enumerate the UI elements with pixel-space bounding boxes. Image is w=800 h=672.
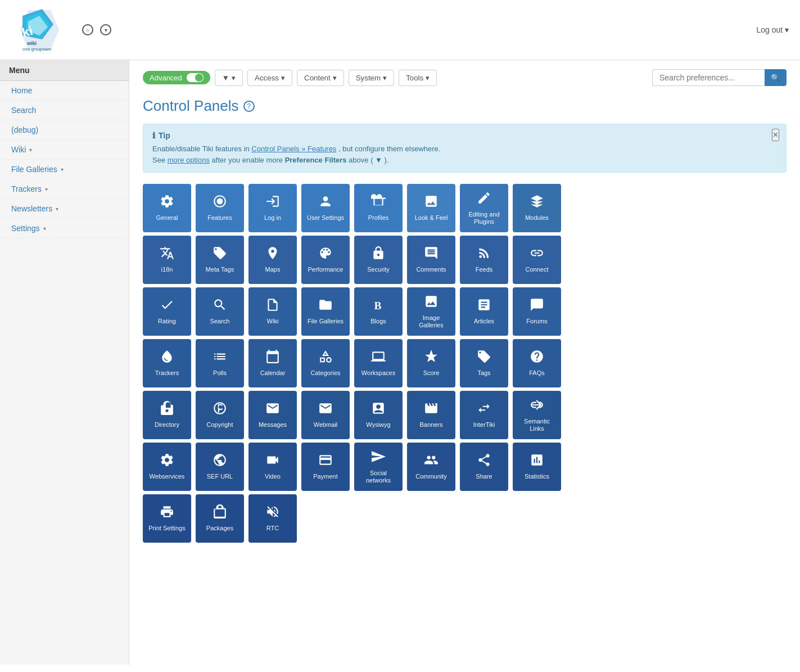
sidebar-item-debug[interactable]: (debug) bbox=[0, 120, 129, 140]
cp-item-search[interactable]: Search bbox=[196, 287, 244, 336]
score-icon bbox=[424, 349, 439, 366]
cp-item-faqs[interactable]: FAQs bbox=[513, 339, 561, 387]
cp-item-wiki[interactable]: Wiki bbox=[248, 287, 297, 336]
cp-item-statistics[interactable]: Statistics bbox=[513, 443, 561, 491]
cp-item-tags[interactable]: Tags bbox=[460, 339, 508, 387]
cp-item-file-galleries[interactable]: File Galleries bbox=[301, 287, 350, 336]
cp-item-connect[interactable]: Connect bbox=[513, 236, 561, 284]
filter-icon-tip: ▼ bbox=[375, 156, 382, 164]
sidebar-item-trackers[interactable]: Trackers ▾ bbox=[0, 179, 129, 199]
page-title: Control Panels ? bbox=[143, 97, 787, 115]
circle-icon[interactable]: ○ bbox=[82, 24, 93, 35]
cp-item-print-settings[interactable]: Print Settings bbox=[143, 494, 191, 543]
cp-item-categories[interactable]: Categories bbox=[301, 339, 350, 387]
cp-item-meta-tags[interactable]: Meta Tags bbox=[196, 236, 244, 284]
editing-and-plugins-icon bbox=[477, 191, 491, 208]
cp-item-image-galleries[interactable]: Image Galleries bbox=[407, 287, 455, 336]
cp-item-rating[interactable]: Rating bbox=[143, 287, 191, 336]
close-button[interactable]: × bbox=[772, 129, 779, 141]
cp-item-polls[interactable]: Polls bbox=[196, 339, 244, 387]
chevron-down-icon[interactable]: ▾ bbox=[100, 24, 111, 35]
cp-item-workspaces[interactable]: Workspaces bbox=[354, 339, 403, 387]
cp-item-share[interactable]: Share bbox=[460, 443, 508, 491]
cp-item-blogs[interactable]: BBlogs bbox=[354, 287, 403, 336]
feeds-icon bbox=[477, 246, 491, 263]
cp-item-community[interactable]: Community bbox=[407, 443, 455, 491]
cp-item-copyright[interactable]: Copyright bbox=[196, 391, 244, 439]
more-options-link[interactable]: more options bbox=[168, 156, 210, 164]
system-label: System bbox=[356, 74, 381, 82]
cp-item-sef-url[interactable]: SEF URL bbox=[196, 443, 244, 491]
cp-item-articles[interactable]: Articles bbox=[460, 287, 508, 336]
cp-item-messages[interactable]: Messages bbox=[248, 391, 297, 439]
content-button[interactable]: Content ▾ bbox=[297, 70, 344, 86]
sidebar-item-home[interactable]: Home bbox=[0, 81, 129, 101]
content-label: Content bbox=[304, 74, 331, 82]
cp-item-trackers[interactable]: Trackers bbox=[143, 339, 191, 387]
cp-item-intertiki[interactable]: InterTiki bbox=[460, 391, 508, 439]
logout-button[interactable]: Log out ▾ bbox=[756, 25, 789, 34]
cp-item-score[interactable]: Score bbox=[407, 339, 455, 387]
cp-item-calendar[interactable]: Calendar bbox=[248, 339, 297, 387]
sidebar-item-wiki[interactable]: Wiki ▾ bbox=[0, 140, 129, 160]
cp-item-security[interactable]: Security bbox=[354, 236, 403, 284]
cp-label: Share bbox=[476, 473, 492, 480]
cp-item-features[interactable]: Features bbox=[196, 184, 244, 232]
cp-item-log-in[interactable]: Log in bbox=[248, 184, 297, 232]
cp-item-webservices[interactable]: Webservices bbox=[143, 443, 191, 491]
cp-item-forums[interactable]: Forums bbox=[513, 287, 561, 336]
cp-label: Copyright bbox=[206, 421, 233, 429]
sidebar-item-label: Home bbox=[11, 86, 32, 95]
sidebar-item-newsletters[interactable]: Newsletters ▾ bbox=[0, 199, 129, 219]
cp-item-editing-and-plugins[interactable]: Editing and Plugins bbox=[460, 184, 508, 232]
cp-item-feeds[interactable]: Feeds bbox=[460, 236, 508, 284]
cp-item-wysiwyg[interactable]: Wysiwyg bbox=[354, 391, 403, 439]
cp-item-packages[interactable]: Packages bbox=[196, 494, 244, 543]
cp-item-banners[interactable]: Banners bbox=[407, 391, 455, 439]
cp-label: Webservices bbox=[150, 473, 185, 480]
cp-item-semantic-links[interactable]: Semantic Links bbox=[513, 391, 561, 439]
cp-item-i18n[interactable]: i18n bbox=[143, 236, 191, 284]
filter-button[interactable]: ▼ ▾ bbox=[215, 70, 243, 86]
advanced-toggle[interactable]: Advanced bbox=[143, 71, 210, 84]
i18n-icon bbox=[160, 246, 174, 263]
cp-item-rtc[interactable]: RTC bbox=[248, 494, 297, 543]
sidebar-item-file-galleries[interactable]: File Galleries ▾ bbox=[0, 160, 129, 179]
help-icon[interactable]: ? bbox=[243, 101, 255, 112]
cp-label: Workspaces bbox=[361, 369, 395, 377]
cp-item-maps[interactable]: Maps bbox=[248, 236, 297, 284]
control-panels-grid: GeneralFeaturesLog inUser SettingsProfil… bbox=[143, 184, 787, 543]
search-button[interactable]: 🔍 bbox=[765, 69, 787, 86]
cp-item-payment[interactable]: Payment bbox=[301, 443, 350, 491]
tools-button[interactable]: Tools ▾ bbox=[399, 70, 437, 86]
cp-item-video[interactable]: Video bbox=[248, 443, 297, 491]
cp-item-profiles[interactable]: Profiles bbox=[354, 184, 403, 232]
sidebar-item-search[interactable]: Search bbox=[0, 101, 129, 120]
cp-item-modules[interactable]: Modules bbox=[513, 184, 561, 232]
cp-item-webmail[interactable]: Webmail bbox=[301, 391, 350, 439]
cp-label: Community bbox=[415, 473, 447, 480]
statistics-icon bbox=[530, 453, 544, 470]
toggle-switch[interactable] bbox=[187, 73, 204, 82]
cp-label: Video bbox=[265, 473, 281, 480]
cp-item-general[interactable]: General bbox=[143, 184, 191, 232]
cp-item-look-&-feel[interactable]: Look & Feel bbox=[407, 184, 455, 232]
header-right: Log out ▾ bbox=[756, 25, 789, 34]
cp-label: Semantic Links bbox=[516, 418, 558, 432]
control-panels-link[interactable]: Control Panels » Features bbox=[251, 145, 336, 153]
cp-label: Social networks bbox=[358, 470, 399, 484]
cp-item-performance[interactable]: Performance bbox=[301, 236, 350, 284]
cp-item-user-settings[interactable]: User Settings bbox=[301, 184, 350, 232]
header: wiki cms groupware tiki ○ ▾ Log out ▾ bbox=[0, 0, 800, 60]
cp-item-social-networks[interactable]: Social networks bbox=[354, 443, 403, 491]
maps-icon bbox=[265, 246, 280, 263]
community-icon bbox=[424, 453, 439, 470]
features-icon bbox=[213, 194, 227, 211]
cp-item-directory[interactable]: Directory bbox=[143, 391, 191, 439]
access-button[interactable]: Access ▾ bbox=[247, 70, 292, 86]
system-button[interactable]: System ▾ bbox=[349, 70, 394, 86]
search-input[interactable] bbox=[652, 69, 765, 86]
sidebar-item-label: Wiki bbox=[11, 145, 26, 154]
cp-item-comments[interactable]: Comments bbox=[407, 236, 455, 284]
sidebar-item-settings[interactable]: Settings ▾ bbox=[0, 219, 129, 238]
